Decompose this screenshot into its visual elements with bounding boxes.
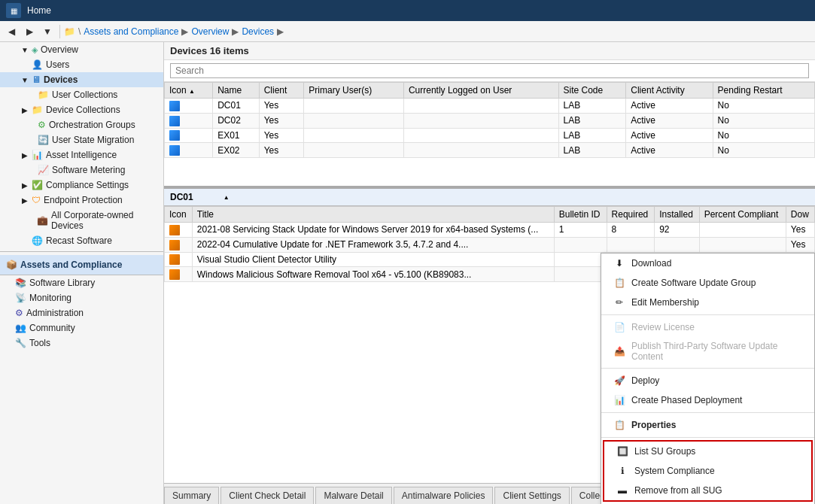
update-title: Visual Studio Client Detector Utility [192,252,554,267]
tab-client-check-detail[interactable]: Client Check Detail [220,487,314,504]
nav-item-recast[interactable]: 🌐 Recast Software [0,233,163,248]
nav-label-tools: Tools [29,338,50,348]
table-row[interactable]: DC02 Yes LAB Active No [165,113,815,128]
nav-item-device-collections[interactable]: ▶ 📁 Device Collections [0,102,163,117]
nav-item-overview[interactable]: ▼ ◈ Overview [0,42,163,57]
tab-client-settings[interactable]: Client Settings [494,487,569,504]
ctx-item-remove-sug[interactable]: ▬Remove from all SUG [604,481,811,500]
dropdown-button[interactable]: ▼ [39,23,56,40]
ctx-icon-review: 📄 [613,321,625,333]
ctx-item-system-compliance[interactable]: ℹSystem Compliance [604,461,811,481]
devices-table: Icon ▲ Name Client Primary User(s) Curre… [164,82,815,158]
compliance-settings-icon: ✅ [32,180,43,190]
nav-item-endpoint-protection[interactable]: ▶ 🛡 Endpoint Protection [0,193,163,208]
ctx-item-publish[interactable]: 📤Publish Third-Party Software Update Con… [601,337,814,366]
nav-item-administration[interactable]: ⚙ Administration [0,305,163,320]
nav-item-corporate-devices[interactable]: 💼 All Corporate-owned Devices [0,208,163,233]
breadcrumb-overview[interactable]: Overview [191,26,229,37]
update-title: 2022-04 Cumulative Update for .NET Frame… [192,237,554,252]
ctx-icon-system-compliance: ℹ [616,465,628,477]
tab-malware-detail[interactable]: Malware Detail [315,487,391,504]
tab-summary[interactable]: Summary [164,487,219,504]
ctx-item-deploy[interactable]: 🚀Deploy [601,371,814,390]
nav-item-user-collections[interactable]: 📁 User Collections [0,87,163,102]
nav-label-monitoring: Monitoring [29,293,71,303]
nav-section-assets-compliance[interactable]: 📦 Assets and Compliance [0,255,163,275]
ctx-item-review[interactable]: 📄Review License [601,317,814,337]
update-icon [169,240,180,250]
ctx-label: Properties [631,420,676,430]
nav-item-monitoring[interactable]: 📡 Monitoring [0,290,163,305]
table-row[interactable]: 2022-04 Cumulative Update for .NET Frame… [165,237,815,252]
ctx-item-download[interactable]: ⬇Download [601,254,814,273]
assets-compliance-icon: 📦 [6,260,17,270]
monitoring-icon: 📡 [15,293,26,303]
col-dow: Dow [786,207,814,223]
nav-label-asset-intelligence: Asset Intelligence [46,150,117,160]
ctx-separator [601,412,814,413]
dc01-header: DC01 ▲ [164,187,815,206]
back-button[interactable]: ◀ [3,23,20,40]
ctx-label: Download [631,258,671,269]
breadcrumb: 📁 \ Assets and Compliance ▶ Overview ▶ D… [64,26,284,37]
ctx-item-phased[interactable]: 📊Create Phased Deployment [601,390,814,410]
nav-item-user-state[interactable]: 🔄 User State Migration [0,132,163,147]
nav-item-tools[interactable]: 🔧 Tools [0,335,163,351]
nav-label-community: Community [29,323,75,333]
ctx-icon-deploy: 🚀 [613,375,625,387]
nav-label-compliance-settings: Compliance Settings [46,180,129,190]
nav-item-users[interactable]: 👤 Users [0,57,163,72]
dc01-label: DC01 [170,192,193,202]
nav-item-software-metering[interactable]: 📈 Software Metering [0,162,163,178]
search-bar [164,60,815,82]
content-header: Devices 16 items [164,42,815,60]
ctx-item-create-group[interactable]: 📋Create Software Update Group [601,273,814,293]
nav-item-compliance-settings[interactable]: ▶ ✅ Compliance Settings [0,178,163,193]
nav-separator-1 [0,251,163,252]
users-icon: 👤 [32,59,43,70]
nav-item-asset-intelligence[interactable]: ▶ 📊 Asset Intelligence [0,147,163,162]
ctx-item-list-su[interactable]: 🔲List SU Groups [604,442,811,461]
ctx-item-properties[interactable]: 📋Properties [601,415,814,435]
nav-label-user-state: User State Migration [52,135,134,145]
col-bulletin: Bulletin ID [554,207,607,223]
nav-item-software-library[interactable]: 📚 Software Library [0,275,163,290]
tab-antimalware-policies[interactable]: Antimalware Policies [394,487,494,504]
nav-item-devices[interactable]: ▼ 🖥 Devices [0,72,163,87]
update-icon [169,254,180,265]
toolbar: ◀ ▶ ▼ 📁 \ Assets and Compliance ▶ Overvi… [0,21,815,42]
upper-table[interactable]: Icon ▲ Name Client Primary User(s) Curre… [164,82,815,187]
asset-intelligence-icon: 📊 [32,150,43,160]
col-activity: Client Activity [626,83,713,99]
table-row[interactable]: DC01 Yes LAB Active No [165,99,815,114]
col-update-icon: Icon [165,207,193,223]
breadcrumb-devices[interactable]: Devices [242,26,274,37]
ctx-label: Create Phased Deployment [631,395,742,405]
administration-icon: ⚙ [15,308,23,318]
ctx-item-edit[interactable]: ✏Edit Membership [601,293,814,312]
nav-item-orchestration[interactable]: ⚙ Orchestration Groups [0,117,163,132]
ctx-label: Create Software Update Group [631,278,756,288]
ctx-separator [601,368,814,369]
nav-label-software-library: Software Library [29,278,95,288]
title-bar: ▦ Home [0,0,815,21]
overview-icon: ◈ [32,45,38,55]
content-header-text: Devices 16 items [170,45,249,56]
context-menu: ⬇Download📋Create Software Update Group✏E… [601,253,815,504]
breadcrumb-assets[interactable]: Assets and Compliance [84,26,178,37]
nav-label-devices: Devices [44,74,78,85]
table-row[interactable]: EX02 Yes LAB Active No [165,143,815,158]
col-logged-on: Currently Logged on User [403,83,558,99]
main-layout: ▼ ◈ Overview 👤 Users ▼ 🖥 Devices 📁 User … [0,42,815,504]
ctx-separator [601,437,814,438]
table-row[interactable]: 2021-08 Servicing Stack Update for Windo… [165,223,815,238]
ctx-icon-edit: ✏ [613,296,625,308]
col-client: Client [259,83,304,99]
forward-button[interactable]: ▶ [21,23,38,40]
col-primary-user: Primary User(s) [304,83,404,99]
software-library-icon: 📚 [15,278,26,288]
search-input[interactable] [170,63,809,78]
window-title: Home [27,5,51,16]
table-row[interactable]: EX01 Yes LAB Active No [165,128,815,143]
nav-item-community[interactable]: 👥 Community [0,320,163,335]
